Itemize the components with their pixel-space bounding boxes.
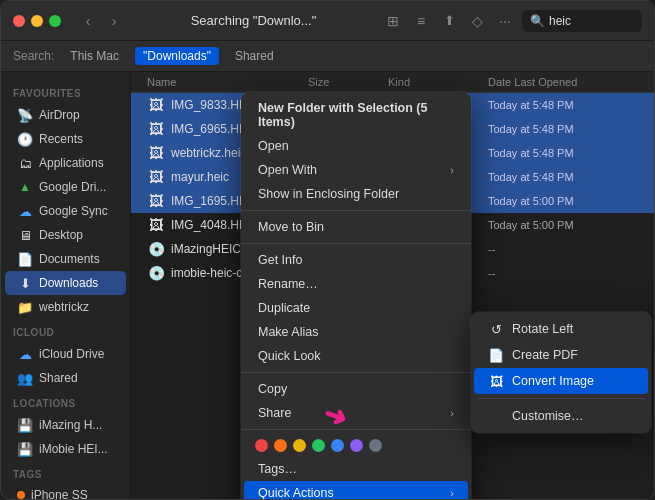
sidebar-item-label: iMazing H... [39, 418, 102, 432]
window-title: Searching "Downlo..." [133, 13, 374, 28]
menu-separator [241, 243, 471, 244]
sidebar-item-applications[interactable]: 🗂 Applications [5, 151, 126, 175]
applications-icon: 🗂 [17, 155, 33, 171]
quick-actions-submenu: ↺ Rotate Left 📄 Create PDF 🖼 Convert Ima… [471, 312, 651, 433]
sidebar-item-label: Google Sync [39, 204, 108, 218]
search-input[interactable] [549, 14, 629, 28]
sidebar-item-label: Recents [39, 132, 83, 146]
sidebar-item-icloud-drive[interactable]: ☁ iCloud Drive [5, 342, 126, 366]
menu-item-label: Open With [258, 163, 317, 177]
menu-item-label: Open [258, 139, 289, 153]
tag-dot-gray[interactable] [369, 439, 382, 452]
sidebar-item-downloads[interactable]: ⬇ Downloads [5, 271, 126, 295]
submenu-item-convert-image[interactable]: 🖼 Convert Image [474, 368, 648, 394]
menu-item-make-alias[interactable]: Make Alias [244, 320, 468, 344]
sidebar-item-recents[interactable]: 🕐 Recents [5, 127, 126, 151]
icloud-drive-icon: ☁ [17, 346, 33, 362]
arrange-icon[interactable]: ≡ [410, 10, 432, 32]
menu-item-quick-actions[interactable]: Quick Actions › [244, 481, 468, 499]
menu-item-label: Duplicate [258, 301, 310, 315]
tag-dot-red[interactable] [255, 439, 268, 452]
main-content: Favourites 📡 AirDrop 🕐 Recents 🗂 Applica… [1, 72, 654, 499]
submenu-item-rotate-left[interactable]: ↺ Rotate Left [474, 316, 648, 342]
sidebar-item-airdrop[interactable]: 📡 AirDrop [5, 103, 126, 127]
submenu-item-label: Rotate Left [512, 322, 573, 336]
tag-dot-yellow[interactable] [293, 439, 306, 452]
menu-item-open-with[interactable]: Open With › [244, 158, 468, 182]
google-sync-icon: ☁ [17, 203, 33, 219]
search-tab-this-mac[interactable]: This Mac [62, 47, 127, 65]
view-options-icon[interactable]: ⊞ [382, 10, 404, 32]
tag-icon[interactable]: ◇ [466, 10, 488, 32]
menu-item-quick-look[interactable]: Quick Look [244, 344, 468, 368]
menu-item-duplicate[interactable]: Duplicate [244, 296, 468, 320]
sidebar: Favourites 📡 AirDrop 🕐 Recents 🗂 Applica… [1, 72, 131, 499]
menu-item-label: Quick Look [258, 349, 321, 363]
minimize-button[interactable] [31, 15, 43, 27]
sidebar-item-label: Downloads [39, 276, 98, 290]
context-menu: New Folder with Selection (5 Items) Open… [241, 92, 471, 499]
search-tab-downloads[interactable]: "Downloads" [135, 47, 219, 65]
color-tags-row [241, 434, 471, 457]
menu-item-move-to-bin[interactable]: Move to Bin [244, 215, 468, 239]
menu-item-get-info[interactable]: Get Info [244, 248, 468, 272]
tag-dot-green[interactable] [312, 439, 325, 452]
menu-separator [241, 372, 471, 373]
sidebar-item-google-sync[interactable]: ☁ Google Sync [5, 199, 126, 223]
sidebar-item-imazing[interactable]: 💾 iMazing H... [5, 413, 126, 437]
menu-item-tags[interactable]: Tags… [244, 457, 468, 481]
share-icon[interactable]: ⬆ [438, 10, 460, 32]
submenu-arrow: › [450, 487, 454, 499]
search-container: 🔍 [522, 10, 642, 32]
menu-item-new-folder[interactable]: New Folder with Selection (5 Items) [244, 96, 468, 134]
submenu-item-label: Create PDF [512, 348, 578, 362]
sidebar-item-desktop[interactable]: 🖥 Desktop [5, 223, 126, 247]
airdrop-icon: 📡 [17, 107, 33, 123]
menu-item-label: Tags… [258, 462, 297, 476]
menu-item-label: Rename… [258, 277, 318, 291]
search-bar: Search: This Mac "Downloads" Shared [1, 41, 654, 72]
tag-dot-orange[interactable] [274, 439, 287, 452]
sidebar-item-tag-iphone[interactable]: iPhone SS [5, 484, 126, 499]
tag-dot-purple[interactable] [350, 439, 363, 452]
menu-item-label: Quick Actions [258, 486, 334, 499]
sidebar-item-documents[interactable]: 📄 Documents [5, 247, 126, 271]
google-drive-icon: ▲ [17, 179, 33, 195]
menu-item-show-enclosing[interactable]: Show in Enclosing Folder [244, 182, 468, 206]
sidebar-item-shared[interactable]: 👥 Shared [5, 366, 126, 390]
rotate-left-icon: ↺ [488, 321, 504, 337]
submenu-arrow: › [450, 407, 454, 419]
nav-buttons: ‹ › [77, 10, 125, 32]
menu-item-label: Share [258, 406, 291, 420]
forward-button[interactable]: › [103, 10, 125, 32]
menu-item-label: Copy [258, 382, 287, 396]
tag-dot-blue[interactable] [331, 439, 344, 452]
sidebar-item-label: Shared [39, 371, 78, 385]
sidebar-item-imobie[interactable]: 💾 iMobie HEI... [5, 437, 126, 461]
menu-item-label: New Folder with Selection (5 Items) [258, 101, 454, 129]
menu-separator [477, 398, 645, 399]
desktop-icon: 🖥 [17, 227, 33, 243]
sidebar-item-webtrickz[interactable]: 📁 webtrickz [5, 295, 126, 319]
submenu-item-create-pdf[interactable]: 📄 Create PDF [474, 342, 648, 368]
context-menu-overlay: New Folder with Selection (5 Items) Open… [131, 72, 654, 499]
back-button[interactable]: ‹ [77, 10, 99, 32]
menu-item-share[interactable]: Share › [244, 401, 468, 425]
menu-item-copy[interactable]: Copy [244, 377, 468, 401]
sidebar-item-google-drive[interactable]: ▲ Google Dri... [5, 175, 126, 199]
sidebar-section-favourites: Favourites [1, 80, 130, 103]
menu-separator [241, 210, 471, 211]
recents-icon: 🕐 [17, 131, 33, 147]
menu-item-open[interactable]: Open [244, 134, 468, 158]
search-tab-shared[interactable]: Shared [227, 47, 282, 65]
close-button[interactable] [13, 15, 25, 27]
documents-icon: 📄 [17, 251, 33, 267]
sidebar-item-label: iCloud Drive [39, 347, 104, 361]
submenu-item-customise[interactable]: Customise… [474, 403, 648, 429]
more-icon[interactable]: ··· [494, 10, 516, 32]
maximize-button[interactable] [49, 15, 61, 27]
sidebar-item-label: Applications [39, 156, 104, 170]
menu-item-rename[interactable]: Rename… [244, 272, 468, 296]
search-label: Search: [13, 49, 54, 63]
titlebar-actions: ⊞ ≡ ⬆ ◇ ··· 🔍 [382, 10, 642, 32]
